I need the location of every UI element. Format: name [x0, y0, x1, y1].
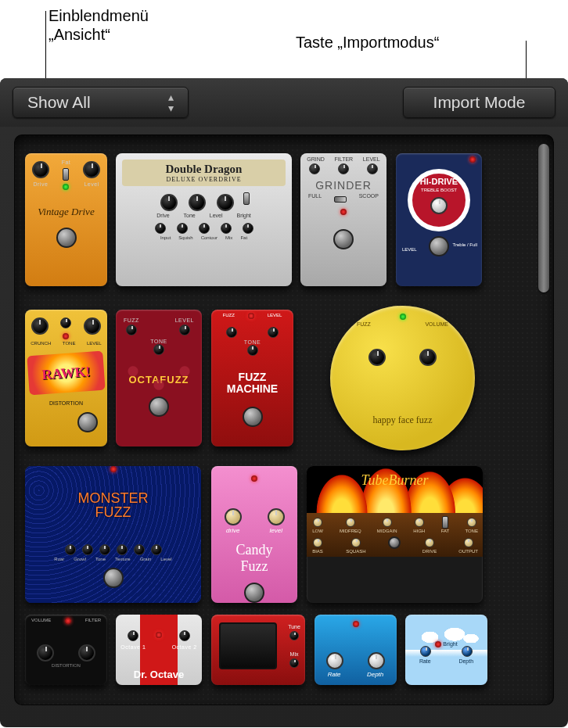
pedal-tube-burner[interactable]: TubeBurner LOW MIDFREQ MIDGAIN HIGH FAT …	[307, 466, 483, 603]
pedal-vintage-drive[interactable]: Drive Fat Level Vintage Drive	[25, 153, 107, 286]
knob-label: Bright	[236, 213, 250, 218]
knob-label: Drive	[31, 181, 51, 187]
footswitch-icon	[388, 536, 401, 549]
knob-label: Fat	[240, 235, 247, 240]
pedal-label: RAWK!	[27, 351, 105, 396]
pedal-happy-face-fuzz[interactable]: FUZZ VOLUME happy face fuzz	[330, 306, 475, 450]
scrollbar-thumb[interactable]	[538, 144, 549, 292]
knob-label: MIDFREQ	[340, 529, 361, 533]
knob-label: Contour	[201, 235, 217, 240]
knob-label: OUTPUT	[458, 549, 478, 554]
knob-label: LEVEL	[402, 247, 417, 252]
display-screen	[219, 622, 277, 669]
knob-label: GRIND	[307, 156, 325, 162]
knob-label: Squish	[178, 235, 192, 240]
knob-label: Tone	[95, 557, 106, 561]
footswitch-icon	[56, 228, 77, 248]
pedal-monster-fuzz[interactable]: MONSTER FUZZ Roar Growl Tone Texture Gra…	[25, 466, 201, 603]
knob-label: HIGH	[413, 529, 425, 533]
knob-label: TONE	[465, 529, 478, 533]
callout-text: „Ansicht“	[49, 25, 149, 44]
pedal-label: happy face fuzz	[330, 414, 475, 426]
callout-region: Einblendmenü „Ansicht“ Taste „Importmodu…	[0, 0, 568, 86]
knob-label: TONE	[116, 339, 202, 344]
knob-label: LOW	[312, 529, 323, 533]
knob-label: LEVEL	[268, 313, 282, 319]
knob-label: Input	[160, 235, 171, 240]
footswitch-icon	[429, 236, 449, 256]
pedal-dr-octave[interactable]: Octave 1 Octave 2 Dr. Octave	[116, 615, 202, 685]
knob-label: Fat	[62, 160, 71, 165]
pedal-label: FUZZ	[211, 371, 293, 383]
knob-label: Rate	[328, 671, 341, 678]
chevron-updown-icon: ▴▾	[168, 91, 174, 113]
knob-label: Depth	[367, 671, 383, 678]
pedal-label: GRINDER	[300, 179, 386, 192]
knob-label: TONE	[63, 341, 76, 346]
pedal-candy-fuzz[interactable]: drive level Candy Fuzz	[211, 466, 297, 603]
footswitch-icon	[77, 412, 98, 432]
pedal-label: Dr. Octave	[116, 669, 202, 680]
pedal-label: HI-DRIVE	[420, 177, 458, 186]
view-popup-menu[interactable]: Show All ▴▾	[13, 87, 189, 118]
knob-label: FUZZ	[357, 321, 371, 327]
knob-label: Level	[210, 213, 223, 218]
pedal-label: Fuzz	[211, 558, 297, 575]
pedal-sublabel: DELUXE OVERDRIVE	[122, 176, 286, 183]
knob-label: Roar	[54, 557, 64, 561]
knob-label: FUZZ	[222, 313, 234, 319]
knob-label: Rate	[419, 658, 431, 664]
knob-label: CRUNCH	[31, 341, 51, 346]
switch-label: SCOOP	[359, 193, 379, 206]
pedal-octafuzz[interactable]: FUZZ LEVEL TONE OCTAFUZZ	[116, 310, 202, 446]
knob-label: FILTER	[85, 618, 101, 624]
knob-label: FUZZ	[124, 317, 139, 323]
knob-label: Octave 2	[172, 644, 197, 650]
import-button-label: Import Mode	[433, 93, 526, 112]
pedal-browser: Drive Fat Level Vintage Drive Double Dra…	[14, 134, 554, 705]
knob-label: Tune	[288, 624, 300, 629]
knob-label: FILTER	[335, 156, 354, 162]
pedal-red-amp[interactable]: Tune Mix	[211, 615, 305, 685]
knob-label: FAT	[441, 529, 450, 533]
knob-label: DRIVE	[422, 549, 437, 554]
knob-label: VOLUME	[31, 618, 51, 624]
pedal-label: Double Dragon	[122, 163, 286, 176]
pedal-label: Vintage Drive	[25, 206, 107, 218]
knob-label: Drive	[156, 213, 169, 218]
pedal-grid: Drive Fat Level Vintage Drive Double Dra…	[25, 145, 530, 705]
pedal-double-dragon[interactable]: Double Dragon DELUXE OVERDRIVE Drive Ton…	[116, 153, 292, 286]
footswitch-icon	[244, 583, 264, 603]
footswitch-icon	[333, 229, 354, 249]
knob-label: SQUASH	[346, 549, 365, 554]
knob-label: Texture	[115, 557, 131, 561]
footswitch-icon	[243, 407, 263, 427]
knob-label: VOLUME	[425, 321, 448, 327]
footswitch-icon	[149, 396, 169, 417]
pedal-sky-chorus[interactable]: Bright Rate Depth	[405, 615, 487, 685]
pedal-sublabel: DISTORTION	[25, 400, 107, 406]
callout-import-button: Taste „Importmodus“	[296, 33, 439, 52]
pedal-label: MONSTER	[25, 491, 201, 505]
pedal-sublabel: TREBLE BOOST	[421, 188, 457, 192]
knob-label: Level	[81, 181, 102, 187]
pedal-label: TubeBurner	[307, 472, 483, 489]
knob-label: drive	[226, 527, 239, 534]
footswitch-icon	[103, 568, 124, 588]
pedal-grinder[interactable]: GRIND FILTER LEVEL GRINDER FULL SCOOP	[300, 153, 386, 286]
callout-text: Einblendmenü	[49, 6, 149, 25]
pedal-hi-drive[interactable]: HI-DRIVE TREBLE BOOST LEVEL Treble / Ful…	[396, 153, 482, 286]
import-mode-button[interactable]: Import Mode	[403, 87, 555, 118]
pedal-blue-modulation[interactable]: Rate Depth	[315, 615, 397, 685]
callout-view-menu: Einblendmenü „Ansicht“	[49, 6, 149, 44]
knob-label: TONE	[211, 339, 293, 345]
pedal-label: MACHINE	[211, 383, 293, 395]
pedal-rawk[interactable]: CRUNCH TONE LEVEL RAWK! DISTORTION	[25, 310, 107, 446]
knob-label: LEVEL	[87, 341, 102, 346]
switch-label: Bright	[443, 641, 457, 647]
pedal-fuzz-machine[interactable]: FUZZ LEVEL TONE FUZZ MACHINE	[211, 310, 293, 446]
pedal-distortion-dark[interactable]: VOLUME FILTER DISTORTION	[25, 615, 107, 685]
knob-label: LEVEL	[175, 317, 194, 323]
pedal-sublabel: DISTORTION	[25, 663, 107, 668]
knob-label: Depth	[458, 658, 473, 664]
